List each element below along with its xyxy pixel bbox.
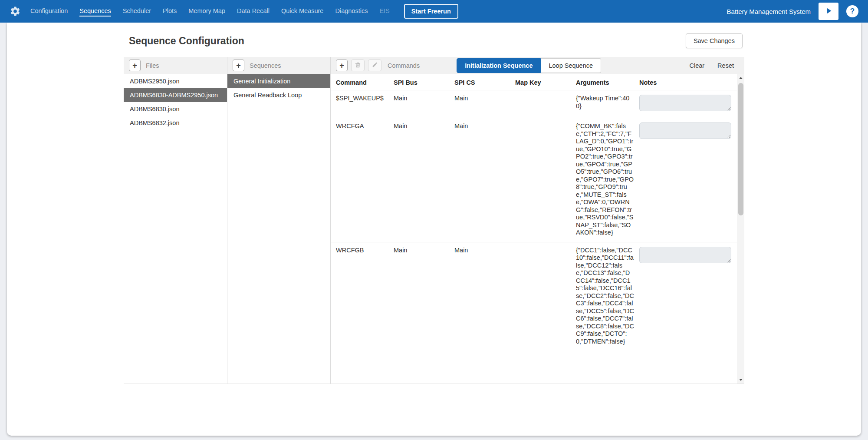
page-title: Sequence Configuration	[129, 35, 244, 47]
command-cell: WRCFGA	[331, 118, 394, 242]
sequence-item-selected[interactable]: General Initialization	[227, 74, 330, 88]
notes-cell	[639, 242, 737, 351]
pencil-icon	[372, 62, 378, 69]
panels-container: + Files ADBMS2950.json ADBMS6830-ADBMS29…	[124, 57, 744, 384]
help-icon[interactable]: ?	[846, 5, 858, 17]
scrollbar-up-arrow[interactable]	[737, 74, 744, 82]
spi-cs-cell: Main	[454, 118, 515, 242]
spi-cs-cell: Main	[454, 242, 515, 351]
add-file-button[interactable]: +	[129, 60, 141, 71]
tab-initialization-sequence[interactable]: Initialization Sequence	[457, 58, 541, 73]
nav-item-scheduler[interactable]: Scheduler	[123, 6, 151, 17]
content-header: Sequence Configuration Save Changes	[124, 23, 744, 57]
table-bottom-fade	[331, 376, 737, 384]
column-header-arguments: Arguments	[576, 74, 639, 90]
save-changes-button[interactable]: Save Changes	[686, 33, 743, 48]
scrollbar-down-arrow[interactable]	[737, 376, 744, 384]
map-key-cell	[515, 118, 576, 242]
sequence-item[interactable]: General Readback Loop	[227, 88, 330, 102]
trash-icon	[355, 62, 361, 69]
arguments-cell: {"DCC1":false,"DCC10":false,"DCC11":fals…	[576, 242, 639, 351]
spi-bus-cell: Main	[394, 242, 454, 351]
play-button[interactable]	[819, 3, 838, 20]
nav-item-quick-measure[interactable]: Quick Measure	[281, 6, 324, 17]
nav-item-plots[interactable]: Plots	[163, 6, 177, 17]
notes-cell	[639, 118, 737, 242]
clear-button[interactable]: Clear	[689, 62, 704, 69]
brand-title: Battery Management System	[727, 8, 811, 15]
commands-table-viewport: Command SPI Bus SPI CS Map Key Arguments…	[331, 74, 744, 384]
map-key-cell	[515, 90, 576, 118]
file-item[interactable]: ADBMS6832.json	[124, 116, 227, 130]
nav-item-configuration[interactable]: Configuration	[30, 6, 68, 17]
content-area: Sequence Configuration Save Changes + Fi…	[124, 23, 744, 384]
table-scrollbar[interactable]	[737, 74, 744, 384]
sequences-list: General Initialization General Readback …	[227, 74, 330, 102]
scrollbar-thumb[interactable]	[738, 83, 743, 215]
sequence-type-tabs: Initialization Sequence Loop Sequence	[457, 58, 601, 73]
sequences-panel: + Sequences General Initialization Gener…	[227, 57, 331, 384]
play-icon	[824, 6, 833, 17]
nav-right-group: Battery Management System ?	[727, 3, 858, 20]
add-sequence-button[interactable]: +	[233, 60, 244, 71]
spi-bus-cell: Main	[394, 90, 454, 118]
spi-cs-cell: Main	[454, 90, 515, 118]
arguments-cell: {"Wakeup Time":400}	[576, 90, 639, 118]
notes-input[interactable]	[639, 95, 731, 111]
commands-table: Command SPI Bus SPI CS Map Key Arguments…	[331, 74, 737, 351]
file-item[interactable]: ADBMS6830.json	[124, 102, 227, 116]
command-cell: $SPI_WAKEUP$	[331, 90, 394, 118]
column-header-map-key: Map Key	[515, 74, 576, 90]
commands-panel-title: Commands	[388, 62, 420, 69]
column-header-command: Command	[331, 74, 394, 90]
nav-item-data-recall[interactable]: Data Recall	[237, 6, 270, 17]
file-item-selected[interactable]: ADBMS6830-ADBMS2950.json	[124, 88, 227, 102]
column-header-notes: Notes	[639, 74, 737, 90]
command-row[interactable]: $SPI_WAKEUP$ Main Main {"Wakeup Time":40…	[331, 90, 737, 118]
sequences-panel-title: Sequences	[250, 62, 281, 69]
commands-panel: + Commands Initialization Sequence	[331, 57, 744, 384]
table-header-row: Command SPI Bus SPI CS Map Key Arguments…	[331, 74, 737, 90]
main-card: Sequence Configuration Save Changes + Fi…	[7, 23, 861, 436]
files-panel: + Files ADBMS2950.json ADBMS6830-ADBMS29…	[124, 57, 227, 384]
commands-toolbar: + Commands Initialization Sequence	[331, 57, 744, 74]
add-command-button[interactable]: +	[336, 60, 348, 71]
gear-icon[interactable]	[10, 6, 21, 17]
files-panel-header: + Files	[124, 57, 227, 74]
nav-item-diagnostics[interactable]: Diagnostics	[335, 6, 368, 17]
notes-input[interactable]	[639, 247, 731, 263]
notes-input[interactable]	[639, 122, 731, 139]
column-header-spi-cs: SPI CS	[454, 74, 515, 90]
nav-item-sequences[interactable]: Sequences	[79, 6, 111, 17]
edit-command-button[interactable]	[368, 60, 381, 71]
file-item[interactable]: ADBMS2950.json	[124, 74, 227, 88]
start-freerun-button[interactable]: Start Freerun	[404, 4, 458, 19]
files-panel-title: Files	[146, 62, 159, 69]
nav-item-memory-map[interactable]: Memory Map	[188, 6, 225, 17]
command-row[interactable]: WRCFGA Main Main {"COMM_BK":false,"CTH":…	[331, 118, 737, 242]
delete-command-button[interactable]	[351, 60, 365, 71]
tab-loop-sequence[interactable]: Loop Sequence	[541, 58, 601, 73]
map-key-cell	[515, 242, 576, 351]
toolbar-right-group: Clear Reset	[689, 62, 734, 69]
arguments-cell: {"COMM_BK":false,"CTH":2,"FC":7,"FLAG_D"…	[576, 118, 639, 242]
column-header-spi-bus: SPI Bus	[394, 74, 454, 90]
command-row[interactable]: WRCFGB Main Main {"DCC1":false,"DCC10":f…	[331, 242, 737, 351]
top-nav: Configuration Sequences Scheduler Plots …	[0, 0, 868, 23]
files-list: ADBMS2950.json ADBMS6830-ADBMS2950.json …	[124, 74, 227, 130]
notes-cell	[639, 90, 737, 118]
command-cell: WRCFGB	[331, 242, 394, 351]
sequences-panel-header: + Sequences	[227, 57, 330, 74]
reset-button[interactable]: Reset	[717, 62, 734, 69]
nav-item-eis: EIS	[379, 6, 389, 17]
spi-bus-cell: Main	[394, 118, 454, 242]
